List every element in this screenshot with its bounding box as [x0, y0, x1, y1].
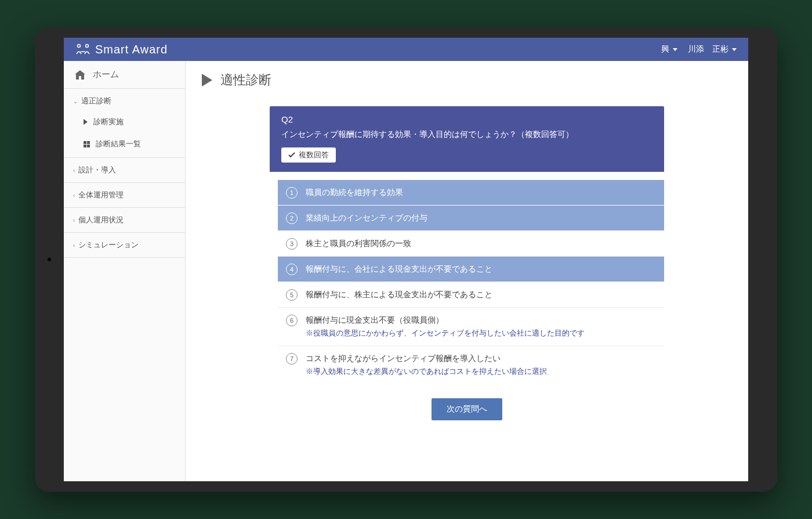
- sidebar-item-design[interactable]: ‹ 設計・導入: [64, 158, 185, 183]
- app-header: Smart Award 興 川添 正彬: [64, 38, 748, 61]
- option-text: 報酬付与に、株主による現金支出が不要であること: [306, 289, 492, 301]
- option-text-wrap: コストを抑えながらインセンティブ報酬を導入したい ※導入効果に大きな差異がないの…: [306, 352, 547, 377]
- play-icon: [84, 119, 88, 125]
- question-number: Q2: [281, 114, 652, 124]
- sidebar-sub-label: 診断実施: [93, 117, 124, 127]
- option-text: 業績向上のインセンティブの付与: [306, 212, 427, 224]
- option-number: 4: [286, 264, 298, 275]
- next-question-button[interactable]: 次の質問へ: [432, 398, 502, 420]
- sidebar-item-operations[interactable]: ‹ 全体運用管理: [64, 183, 185, 208]
- chevron-left-icon: ‹: [73, 217, 75, 224]
- question-text: インセンティブ報酬に期待する効果・導入目的は何でしょうか？（複数回答可）: [281, 128, 652, 140]
- option-note: ※導入効果に大きな差異がないのであればコストを抑えたい場合に選択: [306, 366, 547, 377]
- option-6[interactable]: 6 報酬付与に現金支出不要（役職員側） ※役職員の意思にかかわらず、インセンティ…: [278, 308, 664, 346]
- sidebar-item-label: 個人運用状況: [78, 215, 124, 225]
- logo-icon: [75, 44, 90, 55]
- page-title: 適性診断: [202, 71, 732, 89]
- sidebar-item-simulation[interactable]: ‹ シミュレーション: [64, 233, 185, 258]
- option-number: 7: [286, 353, 298, 365]
- org-indicator: 興: [661, 44, 669, 55]
- chevron-left-icon: ‹: [73, 167, 75, 174]
- app-logo[interactable]: Smart Award: [75, 43, 168, 56]
- org-dropdown[interactable]: 興: [661, 44, 677, 55]
- chevron-down-icon: ⌄: [73, 98, 78, 104]
- sidebar-item-label: 適正診断: [81, 96, 111, 106]
- option-text: 株主と職員の利害関係の一致: [306, 237, 411, 250]
- sidebar-item-label: シミュレーション: [78, 240, 139, 250]
- option-5[interactable]: 5 報酬付与に、株主による現金支出が不要であること: [278, 282, 664, 308]
- sidebar-home[interactable]: ホーム: [64, 61, 185, 89]
- check-icon: [288, 152, 295, 158]
- sidebar-sub-results-list[interactable]: 診断結果一覧: [64, 133, 185, 158]
- option-number: 6: [286, 315, 298, 326]
- sidebar-item-label: 設計・導入: [78, 165, 116, 175]
- app-name: Smart Award: [95, 43, 168, 56]
- sidebar-sub-label: 診断結果一覧: [96, 139, 141, 149]
- option-number: 5: [286, 289, 298, 301]
- sidebar-item-label: 全体運用管理: [78, 190, 124, 200]
- user-dropdown[interactable]: 川添 正彬: [688, 44, 737, 55]
- option-text: 報酬付与に、会社による現金支出が不要であること: [306, 263, 492, 275]
- chevron-left-icon: ‹: [73, 242, 75, 248]
- user-name: 川添 正彬: [688, 44, 728, 55]
- grid-icon: [84, 141, 90, 147]
- option-number: 1: [286, 187, 298, 199]
- options-list: 1 職員の勤続を維持する効果 2 業績向上のインセンティブの付与 3 株主と職員…: [270, 180, 664, 383]
- home-icon: [74, 70, 86, 80]
- svg-point-1: [86, 45, 89, 48]
- option-4[interactable]: 4 報酬付与に、会社による現金支出が不要であること: [278, 257, 664, 282]
- chevron-left-icon: ‹: [73, 192, 75, 199]
- option-note: ※役職員の意思にかかわらず、インセンティブを付与したい会社に適した目的です: [306, 327, 585, 339]
- sidebar-home-label: ホーム: [93, 69, 119, 80]
- app-screen: Smart Award 興 川添 正彬 ホーム: [64, 38, 748, 481]
- question-header: Q2 インセンティブ報酬に期待する効果・導入目的は何でしょうか？（複数回答可） …: [270, 106, 664, 172]
- option-text-wrap: 報酬付与に現金支出不要（役職員側） ※役職員の意思にかかわらず、インセンティブを…: [306, 314, 585, 339]
- option-number: 2: [286, 212, 298, 224]
- question-card: Q2 インセンティブ報酬に期待する効果・導入目的は何でしょうか？（複数回答可） …: [270, 106, 664, 420]
- svg-point-0: [78, 45, 81, 48]
- main-content: 適性診断 Q2 インセンティブ報酬に期待する効果・導入目的は何でしょうか？（複数…: [186, 61, 748, 481]
- multiple-answer-badge: 複数回答: [281, 147, 336, 163]
- sidebar-sub-run-diagnosis[interactable]: 診断実施: [64, 111, 185, 133]
- play-icon: [202, 74, 212, 86]
- option-2[interactable]: 2 業績向上のインセンティブの付与: [278, 206, 664, 231]
- sidebar-item-personal[interactable]: ‹ 個人運用状況: [64, 208, 185, 233]
- option-text: コストを抑えながらインセンティブ報酬を導入したい: [306, 352, 547, 365]
- sidebar-item-diagnosis[interactable]: ⌄ 適正診断: [64, 89, 185, 111]
- chevron-down-icon: [673, 48, 677, 51]
- option-1[interactable]: 1 職員の勤続を維持する効果: [278, 180, 664, 206]
- option-3[interactable]: 3 株主と職員の利害関係の一致: [278, 231, 664, 257]
- option-text: 職員の勤続を維持する効果: [306, 186, 403, 199]
- chevron-down-icon: [732, 48, 737, 51]
- option-text: 報酬付与に現金支出不要（役職員側）: [306, 314, 585, 326]
- option-7[interactable]: 7 コストを抑えながらインセンティブ報酬を導入したい ※導入効果に大きな差異がな…: [278, 346, 664, 384]
- tablet-frame: Smart Award 興 川添 正彬 ホーム: [35, 27, 777, 492]
- app-body: ホーム ⌄ 適正診断 診断実施 診断結果一覧 ‹ 設計・導入: [64, 61, 748, 481]
- sidebar: ホーム ⌄ 適正診断 診断実施 診断結果一覧 ‹ 設計・導入: [64, 61, 186, 481]
- option-number: 3: [286, 238, 298, 250]
- header-right: 興 川添 正彬: [661, 44, 737, 55]
- badge-label: 複数回答: [299, 150, 329, 160]
- page-title-text: 適性診断: [220, 71, 271, 89]
